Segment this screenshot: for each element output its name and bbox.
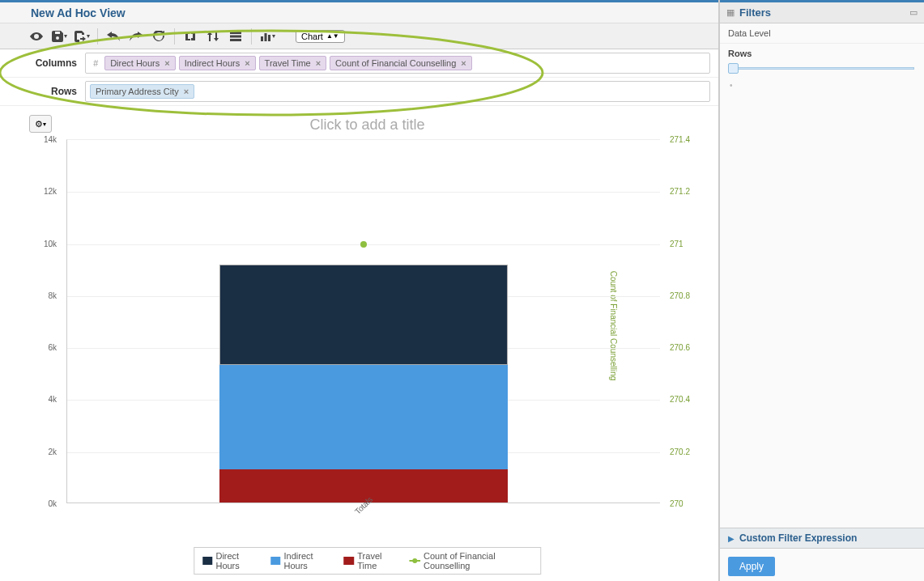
rows-slider[interactable] bbox=[728, 63, 916, 74]
columns-row: Columns # Direct Hours× Indirect Hours× … bbox=[0, 49, 718, 78]
filters-title: Filters bbox=[739, 6, 909, 19]
svg-point-7 bbox=[412, 558, 417, 563]
bar-totals[interactable] bbox=[219, 265, 508, 503]
row-pill-primary-address-city[interactable]: Primary Address City× bbox=[90, 84, 194, 99]
rows-row: Rows Primary Address City× bbox=[0, 78, 718, 106]
reset-button[interactable] bbox=[148, 26, 169, 47]
filter-settings-icon[interactable]: ▦ bbox=[726, 7, 735, 18]
remove-icon[interactable]: × bbox=[245, 58, 249, 68]
legend-item-indirect-hours[interactable]: Indirect Hours bbox=[270, 551, 334, 570]
legend-item-travel-time[interactable]: Travel Time bbox=[344, 551, 399, 570]
redo-button[interactable] bbox=[126, 26, 147, 47]
remove-icon[interactable]: × bbox=[184, 87, 189, 96]
chart-settings-button[interactable]: ⚙▾ bbox=[29, 115, 52, 133]
sort-button[interactable] bbox=[202, 26, 224, 47]
columns-well[interactable]: # Direct Hours× Indirect Hours× Travel T… bbox=[85, 53, 710, 74]
columns-label: Columns bbox=[24, 57, 77, 69]
column-pill-indirect-hours[interactable]: Indirect Hours× bbox=[179, 56, 256, 70]
marker-count-financial-counselling[interactable] bbox=[360, 241, 367, 248]
bar-segment-travel-time[interactable] bbox=[219, 469, 508, 503]
rows-well[interactable]: Primary Address City× bbox=[85, 81, 710, 102]
columns-hash: # bbox=[93, 58, 98, 68]
apply-button[interactable]: Apply bbox=[728, 557, 775, 576]
svg-rect-2 bbox=[230, 39, 241, 41]
bar-segment-direct-hours[interactable] bbox=[219, 265, 508, 365]
remove-icon[interactable]: × bbox=[316, 58, 321, 68]
svg-rect-5 bbox=[268, 35, 270, 41]
toolbar: ▾ ▾ ▾ Chart ▲▼ bbox=[0, 23, 718, 49]
svg-rect-3 bbox=[261, 36, 263, 41]
dropdown-icon: ▲▼ bbox=[326, 32, 339, 40]
bar-segment-indirect-hours[interactable] bbox=[219, 365, 508, 469]
chart-options-button[interactable]: ▾ bbox=[257, 26, 278, 47]
svg-rect-0 bbox=[230, 32, 241, 34]
filters-rows-section: Rows bbox=[720, 44, 924, 79]
slider-handle[interactable] bbox=[728, 63, 739, 74]
save-button[interactable]: ▾ bbox=[49, 26, 70, 47]
remove-icon[interactable]: × bbox=[164, 58, 169, 68]
svg-rect-4 bbox=[264, 33, 266, 41]
filters-header: ▦ Filters ▭ bbox=[720, 0, 924, 23]
expand-icon: ▶ bbox=[728, 534, 735, 543]
filters-data-level: Data Level bbox=[720, 23, 924, 44]
chart-title-placeholder[interactable]: Click to add a title bbox=[309, 117, 424, 134]
y-axis-right: 270 270.2 270.4 270.6 270.8 271 271.2 27… bbox=[666, 139, 699, 503]
collapsed-indicator: • bbox=[720, 79, 924, 91]
custom-filter-expression-toggle[interactable]: ▶ Custom Filter Expression bbox=[720, 528, 924, 549]
minimize-icon[interactable]: ▭ bbox=[909, 7, 918, 18]
legend-item-direct-hours[interactable]: Direct Hours bbox=[202, 551, 261, 570]
column-pill-direct-hours[interactable]: Direct Hours× bbox=[104, 56, 176, 70]
chart-plot-area: 0k 2k 4k 6k 8k 10k 12k 14k 270 270.2 270… bbox=[36, 139, 699, 549]
column-pill-travel-time[interactable]: Travel Time× bbox=[259, 56, 326, 70]
rows-label: Rows bbox=[24, 86, 77, 97]
y-axis-left: 0k 2k 4k 6k 8k 10k 12k 14k bbox=[36, 139, 60, 503]
remove-icon[interactable]: × bbox=[461, 58, 466, 68]
chart-legend: Direct Hours Indirect Hours Travel Time … bbox=[194, 547, 542, 575]
svg-rect-1 bbox=[230, 35, 241, 37]
column-pill-count-financial-counselling[interactable]: Count of Financial Counselling× bbox=[330, 56, 472, 70]
pivot-button[interactable] bbox=[180, 26, 201, 47]
legend-item-count-financial-counselling[interactable]: Count of Financial Counselling bbox=[409, 551, 532, 570]
chart-panel: ⚙▾ Click to add a title 0k 2k 4k 6k 8k 1… bbox=[19, 107, 715, 581]
undo-button[interactable] bbox=[103, 26, 124, 47]
preview-button[interactable] bbox=[26, 26, 47, 47]
title-bar: New Ad Hoc View bbox=[0, 2, 718, 23]
page-title: New Ad Hoc View bbox=[31, 6, 126, 19]
visualization-type-select[interactable]: Chart ▲▼ bbox=[296, 30, 345, 43]
input-controls-button[interactable] bbox=[225, 26, 246, 47]
visualization-type-label: Chart bbox=[301, 32, 323, 41]
filters-panel: ▦ Filters ▭ Data Level Rows • ▶ Custom F… bbox=[719, 0, 924, 581]
custom-filter-label: Custom Filter Expression bbox=[739, 532, 857, 544]
export-button[interactable]: ▾ bbox=[71, 26, 92, 47]
chart-plot[interactable]: Totals bbox=[66, 139, 660, 503]
filters-rows-label: Rows bbox=[728, 49, 916, 58]
